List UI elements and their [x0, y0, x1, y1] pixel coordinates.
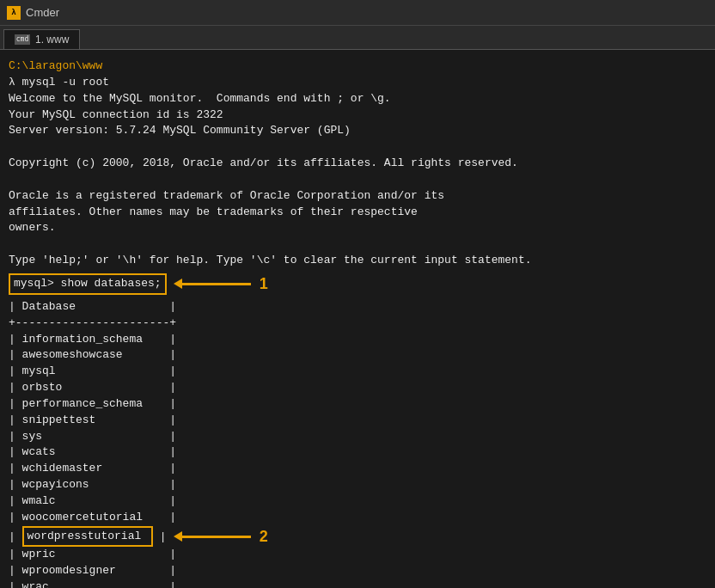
tab-bar: cmd 1. www: [0, 26, 715, 50]
arrow-line-2: [182, 536, 251, 538]
annotation-1-arrow: 1: [174, 275, 268, 293]
db-row-7: | wcats |: [9, 444, 706, 461]
db-row-10: | wmalc |: [9, 493, 706, 510]
db-row-1: | awesomeshowcase |: [9, 347, 706, 364]
title-bar: λ Cmder: [0, 0, 715, 26]
app-title: Cmder: [26, 6, 59, 19]
oracle-line-2: affiliates. Other names may be trademark…: [9, 205, 706, 221]
db-row-15: | wrac |: [9, 579, 706, 588]
db-sep-top: +-----------------------+: [9, 315, 706, 332]
cwd-line: C:\laragon\www: [9, 58, 706, 75]
db-row-4: | performance_schema |: [9, 396, 706, 413]
help-line: Type 'help;' or '\h' for help. Type '\c'…: [9, 253, 706, 269]
annotation-1-num: 1: [260, 275, 268, 293]
app-icon: λ: [7, 6, 21, 20]
db-header: | Database |: [9, 299, 706, 315]
db-row-8: | wchidemaster |: [9, 461, 706, 477]
db-row-11: | woocomercetutorial |: [9, 510, 706, 526]
annotation-2-arrow: 2: [174, 528, 268, 546]
db-row-6: | sys |: [9, 429, 706, 445]
arrowhead-1: [174, 279, 182, 289]
db-row-0: | information_schema |: [9, 332, 706, 348]
blank-2: [9, 172, 706, 188]
db-row-5: | snippettest |: [9, 413, 706, 429]
copyright-line: Copyright (c) 2000, 2018, Oracle and/or …: [9, 156, 706, 172]
db-row-3: | orbsto |: [9, 380, 706, 396]
db-row-9: | wcpayicons |: [9, 477, 706, 493]
db-row-14: | wproomdesigner |: [9, 563, 706, 579]
db-row-2: | mysql |: [9, 364, 706, 380]
blank-3: [9, 236, 706, 253]
connection-id-line: Your MySQL connection id is 2322: [9, 107, 706, 124]
welcome-line: Welcome to the MySQL monitor. Commands e…: [9, 91, 706, 107]
terminal: C:\laragon\www λ mysql -u root Welcome t…: [0, 50, 715, 588]
tab-www[interactable]: cmd 1. www: [3, 29, 80, 49]
arrow-line-1: [182, 283, 251, 285]
oracle-line-1: Oracle is a registered trademark of Orac…: [9, 188, 706, 205]
db-highlighted-row: | wordpresstutorial | 2: [9, 526, 706, 548]
mysql-prompt-box: mysql> show databases;: [9, 273, 167, 295]
tab-icon: cmd: [15, 34, 30, 45]
server-version-line: Server version: 5.7.24 MySQL Community S…: [9, 123, 706, 139]
blank-1: [9, 139, 706, 156]
arrowhead-2: [174, 531, 182, 542]
db-row-13: | wpric |: [9, 547, 706, 563]
oracle-line-3: owners.: [9, 220, 706, 236]
db-highlight-wordpresstutorial: wordpresstutorial: [22, 526, 153, 548]
mysql-prompt-row: mysql> show databases; 1: [9, 273, 706, 295]
mysql-cmd-line: λ mysql -u root: [9, 75, 706, 91]
annotation-2-num: 2: [260, 528, 268, 546]
tab-label: 1. www: [35, 34, 69, 46]
